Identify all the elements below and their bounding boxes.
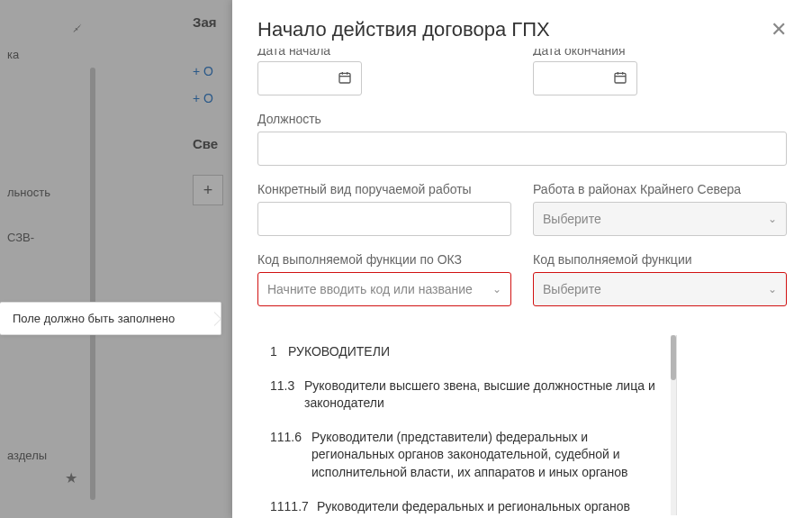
- chevron-down-icon: ⌄: [492, 283, 501, 295]
- okz-combobox[interactable]: Начните вводить код или название ⌄: [257, 272, 511, 306]
- func-label: Код выполняемой функции: [533, 252, 787, 267]
- dropdown-scrollbar[interactable]: [671, 335, 676, 515]
- okz-dropdown: 1 РУКОВОДИТЕЛИ 11.3 Руководители высшего…: [257, 335, 677, 515]
- dropdown-item[interactable]: 111.6 Руководители (представители) федер…: [257, 421, 676, 490]
- validation-tooltip: Поле должно быть заполнено: [0, 302, 221, 335]
- north-select[interactable]: Выберите ⌄: [533, 202, 787, 236]
- dropdown-item[interactable]: 1 РУКОВОДИТЕЛИ: [257, 335, 676, 369]
- svg-rect-0: [339, 73, 350, 83]
- date-end-input[interactable]: [533, 61, 637, 95]
- func-select[interactable]: Выберите ⌄: [533, 272, 787, 306]
- work-kind-input[interactable]: [257, 202, 511, 236]
- position-input[interactable]: [257, 132, 787, 166]
- north-label: Работа в районах Крайнего Севера: [533, 182, 787, 196]
- chevron-down-icon: ⌄: [768, 283, 777, 295]
- dropdown-item[interactable]: 11.3 Руководители высшего звена, высшие …: [257, 369, 676, 421]
- date-start-label: Дата начала: [257, 49, 330, 56]
- svg-rect-4: [615, 73, 626, 83]
- calendar-icon: [613, 70, 627, 87]
- chevron-down-icon: ⌄: [768, 213, 777, 225]
- calendar-icon: [338, 70, 352, 87]
- position-label: Должность: [257, 112, 787, 126]
- close-icon[interactable]: ✕: [771, 20, 787, 40]
- date-end-label: Дата окончания: [533, 49, 626, 56]
- work-kind-label: Конкретный вид поручаемой работы: [257, 182, 511, 196]
- modal-title: Начало действия договора ГПХ: [257, 18, 550, 41]
- okz-label: Код выполняемой функции по ОКЗ: [257, 252, 511, 267]
- dropdown-item[interactable]: 1111.7 Руководители федеральных и регион…: [257, 490, 676, 515]
- date-start-input[interactable]: [257, 61, 362, 95]
- modal-panel: Начало действия договора ГПХ ✕ Дата нача…: [232, 0, 812, 518]
